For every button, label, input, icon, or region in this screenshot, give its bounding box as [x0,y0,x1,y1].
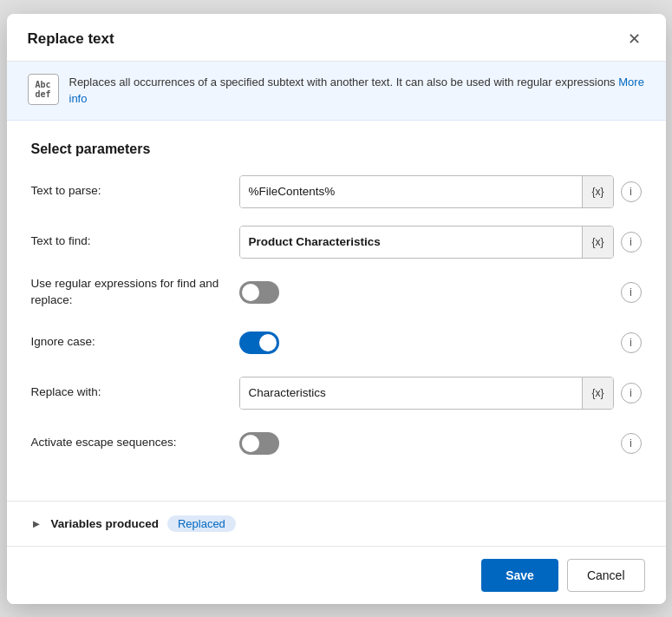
escape-slider [239,432,279,455]
ignore-case-control: i [239,331,642,354]
replace-with-var-btn[interactable]: {x} [582,377,612,409]
ignore-case-label: Ignore case: [31,334,239,351]
text-to-parse-label: Text to parse: [31,183,239,200]
escape-info-icon[interactable]: i [621,433,642,454]
text-to-parse-input[interactable] [240,176,583,207]
regex-info-icon[interactable]: i [621,282,642,303]
cancel-button[interactable]: Cancel [567,559,645,592]
regex-toggle[interactable] [239,281,279,304]
replace-with-label: Replace with: [31,384,239,401]
text-to-find-input-wrapper: {x} [239,226,614,259]
regex-label: Use regular expressions for find and rep… [31,276,239,309]
regex-row: Use regular expressions for find and rep… [31,275,642,310]
banner-text: Replaces all occurrences of a specified … [69,74,645,108]
variables-label: Variables produced [50,517,159,530]
text-to-find-info-icon[interactable]: i [621,232,642,253]
variables-chevron-icon[interactable]: ► [31,517,42,530]
text-to-find-row: Text to find: {x} i [31,225,642,259]
text-to-parse-info-icon[interactable]: i [621,181,642,202]
regex-control: i [239,281,642,304]
ignore-case-toggle[interactable] [239,331,279,354]
ignore-case-info-icon[interactable]: i [621,332,642,353]
replace-with-control: {x} i [239,377,642,410]
ignore-case-row: Ignore case: i [31,325,642,360]
text-to-parse-var-btn[interactable]: {x} [582,176,612,207]
escape-control: i [239,432,642,455]
replace-with-input-wrapper: {x} [239,377,614,410]
params-section: Select parameters Text to parse: {x} i T… [7,121,666,497]
banner-description: Replaces all occurrences of a specified … [69,75,616,89]
info-banner: Abcdef Replaces all occurrences of a spe… [7,62,666,121]
escape-toggle[interactable] [239,432,279,455]
replace-with-row: Replace with: {x} i [31,376,642,410]
text-to-parse-control: {x} i [239,175,642,208]
text-to-parse-input-wrapper: {x} [239,175,614,208]
dialog-header: Replace text ✕ [7,14,666,62]
replace-with-input[interactable] [240,377,583,409]
text-to-parse-row: Text to parse: {x} i [31,174,642,209]
close-button[interactable]: ✕ [623,30,645,49]
save-button[interactable]: Save [481,559,558,592]
escape-row: Activate escape sequences: i [31,426,642,461]
text-to-find-var-btn[interactable]: {x} [582,226,612,258]
regex-slider [239,281,279,304]
ignore-case-slider [239,331,279,354]
text-to-find-label: Text to find: [31,233,239,250]
replace-with-info-icon[interactable]: i [621,383,642,404]
action-icon: Abcdef [28,74,59,105]
replace-text-dialog: Replace text ✕ Abcdef Replaces all occur… [7,14,666,604]
text-to-find-control: {x} i [239,226,642,259]
section-title: Select parameters [31,141,642,157]
text-to-find-input[interactable] [240,226,583,258]
dialog-footer: Save Cancel [7,546,666,604]
escape-label: Activate escape sequences: [31,435,239,451]
variables-row: ► Variables produced Replaced [7,501,666,546]
replaced-badge: Replaced [167,515,236,532]
dialog-title: Replace text [28,30,114,48]
